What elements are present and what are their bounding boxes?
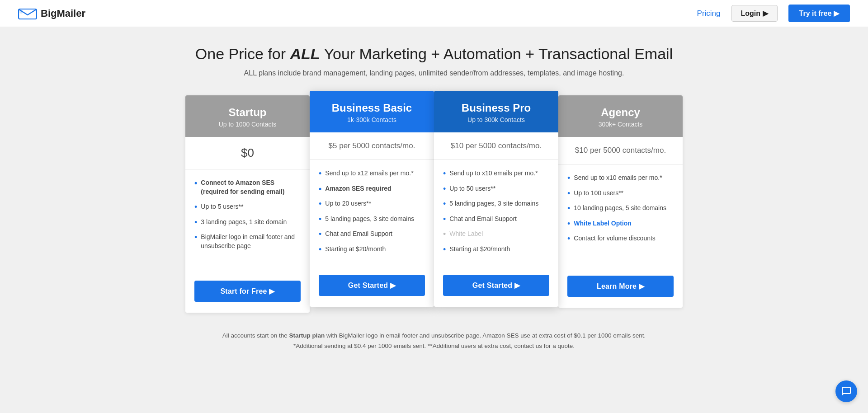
cta-button-agency[interactable]: Learn More ▶ [567, 276, 674, 297]
bullet-icon: • [319, 169, 321, 178]
page-title-italic: ALL [290, 45, 320, 62]
feature-text: Up to 5 users** [201, 202, 243, 211]
bullet-icon: • [443, 185, 446, 193]
feature-item: •White Label [443, 230, 549, 239]
plan-price-business-pro: $10 per 5000 contacts/mo. [434, 132, 558, 160]
feature-text: Up to 50 users** [449, 184, 495, 193]
feature-text: Amazon SES required [325, 184, 391, 193]
feature-text: Starting at $20/month [325, 245, 386, 254]
bigmailer-logo-icon [18, 7, 37, 20]
feature-item: •Chat and Email Support [319, 230, 425, 239]
bullet-icon: • [567, 174, 570, 182]
plan-name-business-basic: Business Basic [317, 102, 427, 114]
feature-text: BigMailer logo in email footer and unsub… [201, 233, 301, 250]
chat-support-button[interactable] [835, 380, 857, 402]
feature-text: Chat and Email Support [449, 215, 517, 224]
feature-text: 10 landing pages, 5 site domains [574, 204, 666, 213]
feature-item: •White Label Option [567, 219, 674, 228]
feature-item: •BigMailer logo in email footer and unsu… [194, 233, 301, 250]
bullet-icon: • [319, 200, 321, 208]
feature-item: •Contact for volume discounts [567, 234, 674, 243]
chat-icon [841, 386, 852, 397]
bullet-icon: • [567, 235, 570, 243]
page-title-after: Your Marketing + Automation + Transactio… [320, 45, 673, 62]
pricing-nav-link[interactable]: Pricing [697, 9, 721, 18]
bullet-icon: • [443, 245, 446, 253]
plan-features-agency: •Send up to x10 emails per mo.*•Up to 10… [558, 164, 683, 268]
plan-features-business-pro: •Send up to x10 emails per mo.*•Up to 50… [434, 160, 558, 268]
navbar: BigMailer Pricing Login ▶ Try it free ▶ [0, 0, 868, 27]
card-header-agency: Agency300k+ Contacts [558, 95, 683, 137]
pricing-card-business-pro: Business ProUp to 300k Contacts$10 per 5… [434, 91, 558, 307]
bullet-icon: • [194, 233, 197, 241]
bullet-icon: • [443, 215, 446, 223]
feature-item: •Chat and Email Support [443, 215, 549, 224]
card-footer-business-basic: Get Started ▶ [310, 268, 434, 307]
bullet-icon: • [319, 185, 321, 193]
feature-item: •Starting at $20/month [319, 245, 425, 254]
card-footer-agency: Learn More ▶ [558, 268, 683, 308]
plan-subname-startup: Up to 1000 Contacts [193, 121, 302, 128]
feature-item: •Connect to Amazon SES (required for sen… [194, 178, 301, 196]
footer-note-1: All accounts start on the Startup plan w… [127, 331, 741, 341]
page-subtitle: ALL plans include brand management, land… [127, 69, 741, 77]
plan-name-agency: Agency [566, 106, 675, 119]
feature-item: •Up to 100 users** [567, 189, 674, 198]
page-title: One Price for ALL Your Marketing + Autom… [127, 45, 741, 63]
feature-text: Up to 100 users** [574, 189, 623, 198]
plan-features-startup: •Connect to Amazon SES (required for sen… [185, 169, 310, 273]
bullet-icon: • [194, 218, 197, 226]
try-free-button[interactable]: Try it free ▶ [788, 5, 850, 22]
feature-item: •5 landing pages, 3 site domains [443, 199, 549, 208]
pricing-grid: StartupUp to 1000 Contacts$0•Connect to … [185, 95, 683, 313]
card-header-business-pro: Business ProUp to 300k Contacts [434, 91, 558, 132]
pricing-card-startup: StartupUp to 1000 Contacts$0•Connect to … [185, 95, 310, 313]
feature-text: Starting at $20/month [449, 245, 510, 254]
bullet-icon: • [443, 230, 446, 238]
pricing-card-agency: Agency300k+ Contacts$10 per 5000 contact… [558, 95, 683, 308]
bullet-icon: • [319, 215, 321, 223]
cta-button-business-basic[interactable]: Get Started ▶ [319, 275, 425, 296]
price-big-startup: $0 [193, 146, 302, 160]
bullet-icon: • [567, 204, 570, 212]
cta-button-business-pro[interactable]: Get Started ▶ [443, 275, 549, 296]
feature-item: •Send up to x10 emails per mo.* [443, 169, 549, 178]
feature-text: 5 landing pages, 3 site domains [449, 199, 538, 208]
feature-text: White Label [449, 230, 483, 239]
feature-text: Up to 20 users** [325, 199, 371, 208]
feature-text: Connect to Amazon SES (required for send… [201, 178, 301, 196]
white-label-link[interactable]: White Label Option [574, 220, 632, 227]
bullet-icon: • [194, 203, 197, 211]
feature-item: •Starting at $20/month [443, 245, 549, 254]
footer-notes: All accounts start on the Startup plan w… [127, 331, 741, 352]
card-footer-business-pro: Get Started ▶ [434, 268, 558, 307]
feature-item: •Up to 50 users** [443, 184, 549, 193]
plan-name-business-pro: Business Pro [441, 102, 551, 114]
feature-text: White Label Option [574, 219, 632, 228]
card-header-business-basic: Business Basic1k-300k Contacts [310, 91, 434, 132]
feature-item: •Up to 20 users** [319, 199, 425, 208]
feature-text: 3 landing pages, 1 site domain [201, 218, 287, 227]
cta-button-startup[interactable]: Start for Free ▶ [194, 281, 301, 302]
bullet-icon: • [319, 230, 321, 238]
bullet-icon: • [567, 220, 570, 228]
feature-text: Send up to x10 emails per mo.* [449, 169, 538, 178]
feature-text: Contact for volume discounts [574, 234, 656, 243]
logo-text: BigMailer [41, 8, 85, 19]
login-button[interactable]: Login ▶ [731, 5, 778, 22]
plan-price-startup: $0 [185, 137, 310, 169]
feature-text: Chat and Email Support [325, 230, 392, 239]
plan-subname-agency: 300k+ Contacts [566, 121, 675, 128]
card-footer-startup: Start for Free ▶ [185, 273, 310, 313]
svg-point-1 [19, 10, 23, 14]
plan-subname-business-pro: Up to 300k Contacts [441, 116, 551, 123]
plan-price-business-basic: $5 per 5000 contacts/mo. [310, 132, 434, 160]
plan-subname-business-basic: 1k-300k Contacts [317, 116, 427, 123]
feature-text: Send up to x10 emails per mo.* [574, 174, 662, 183]
feature-item: •3 landing pages, 1 site domain [194, 218, 301, 227]
feature-text: Send up to x12 emails per mo.* [325, 169, 413, 178]
bullet-icon: • [443, 200, 446, 208]
logo-area: BigMailer [18, 7, 697, 20]
bullet-icon: • [567, 189, 570, 197]
bullet-icon: • [319, 245, 321, 253]
